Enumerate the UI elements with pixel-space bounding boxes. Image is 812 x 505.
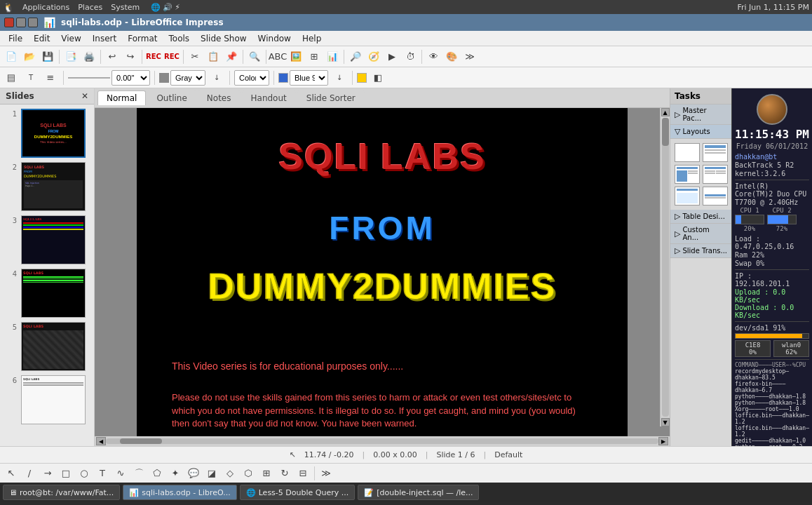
save-button[interactable]: 💾 (39, 48, 56, 65)
slide-thumb-6[interactable]: 6 SQLI LABS (8, 375, 86, 424)
color3-fill-button[interactable]: ↓ (331, 69, 348, 86)
vscrollbar[interactable]: ▲ ▼ (660, 108, 670, 426)
points-tool[interactable]: ◇ (222, 465, 238, 482)
slideshow-button[interactable]: ▶ (384, 48, 400, 65)
layout-thumb-4[interactable] (703, 165, 728, 184)
hscroll-thumb[interactable] (120, 438, 162, 444)
line-tool[interactable]: / (21, 465, 38, 482)
redo-button[interactable]: ↪ (122, 48, 139, 65)
theme-button[interactable]: 🎨 (443, 48, 460, 65)
insert-table-button[interactable]: ⊞ (306, 48, 323, 65)
taskbar-impress[interactable]: 📊 sqli-labs.odp - LibreO... (123, 485, 236, 500)
line-thickness-select[interactable]: 0.00" (111, 70, 150, 86)
menu-insert[interactable]: Insert (87, 32, 122, 45)
color-fill-button[interactable]: ↓ (208, 69, 225, 86)
nav-button[interactable]: 🧭 (365, 48, 382, 65)
rotate-button[interactable]: ↻ (276, 465, 293, 482)
hscrollbar[interactable]: ◀ ▶ (95, 436, 670, 446)
insert-image-button[interactable]: 🖼️ (287, 48, 304, 65)
menu-edit[interactable]: Edit (28, 32, 55, 45)
text-button[interactable]: T (22, 69, 39, 86)
flipv-button[interactable]: ⊞ (258, 465, 275, 482)
menu-view[interactable]: View (55, 32, 86, 45)
menu-file[interactable]: File (3, 32, 28, 45)
color1-select[interactable]: Gray (170, 70, 205, 86)
layout-thumb-2[interactable] (703, 143, 728, 162)
new-button[interactable]: 📄 (3, 48, 20, 65)
undo-button[interactable]: ↩ (104, 48, 121, 65)
3d-button[interactable]: ⬡ (240, 465, 257, 482)
tasks-section-slidetrans[interactable]: ▷ Slide Trans... (670, 244, 731, 258)
open-button[interactable]: 📂 (21, 48, 38, 65)
cut-button[interactable]: ✂ (187, 48, 203, 65)
find-button[interactable]: 🔍 (246, 48, 263, 65)
taskbar-editor[interactable]: 📝 [double-inject.sql — /le... (358, 485, 479, 500)
record-button[interactable]: REC (145, 48, 162, 65)
slide-preview-6[interactable]: SQLI LABS (21, 375, 86, 424)
tab-normal[interactable]: Normal (97, 90, 146, 105)
slide-preview-5[interactable]: SQLI LABS (21, 322, 86, 371)
slide-preview-4[interactable]: SQLI LABS (21, 269, 86, 318)
places-menu[interactable]: Places (78, 3, 102, 12)
more-shapes[interactable]: ≫ (318, 465, 334, 482)
taskbar-browser[interactable]: 🌐 Less-5 Double Query ... (240, 485, 356, 500)
tab-notes[interactable]: Notes (198, 90, 241, 105)
copy-button[interactable]: 📋 (205, 48, 222, 65)
tab-handout[interactable]: Handout (242, 90, 296, 105)
color2-select[interactable]: Color (234, 70, 269, 86)
menu-help[interactable]: Help (297, 32, 327, 45)
tasks-section-master[interactable]: ▷ Master Pac... (670, 105, 731, 125)
more-button[interactable]: ≫ (461, 48, 478, 65)
close-button[interactable] (4, 18, 14, 27)
tasks-section-layouts[interactable]: ▽ Layouts (670, 125, 731, 139)
layout-thumb-5[interactable] (675, 187, 700, 206)
applications-menu[interactable]: Applications (22, 3, 69, 12)
spellcheck-button[interactable]: ABC (269, 48, 286, 65)
slide-thumb-2[interactable]: 2 SQLI LABS FROM DUMMY2DUMMIES SQL Injec… (8, 162, 86, 211)
tab-outline[interactable]: Outline (147, 90, 196, 105)
shadow-button[interactable]: ◧ (370, 69, 386, 86)
tasks-section-tabledesi[interactable]: ▷ Table Desi... (670, 210, 731, 224)
menu-format[interactable]: Format (122, 32, 163, 45)
menu-window[interactable]: Window (252, 32, 297, 45)
paste-button[interactable]: 📌 (223, 48, 240, 65)
vscroll-down-button[interactable]: ▼ (661, 418, 670, 426)
slide-layout-button[interactable]: ▤ (3, 69, 20, 86)
arrow-tool[interactable]: → (39, 465, 56, 482)
rehearse-button[interactable]: ⏱ (402, 48, 419, 65)
hscroll-track[interactable] (106, 438, 658, 444)
slide-thumb-5[interactable]: 5 SQLI LABS (8, 322, 86, 371)
color3-select[interactable]: Blue 9 (290, 70, 328, 86)
select-tool[interactable]: ↖ (3, 465, 20, 482)
view-zoom-button[interactable]: 🔎 (347, 48, 364, 65)
connector-tool[interactable]: ⌒ (130, 465, 147, 482)
rect-tool[interactable]: □ (57, 465, 74, 482)
shadow-tool[interactable]: ◪ (203, 465, 220, 482)
slide-thumb-4[interactable]: 4 SQLI LABS (8, 269, 86, 318)
print-button[interactable]: 🖨️ (81, 48, 97, 65)
stars-tool[interactable]: ✦ (167, 465, 184, 482)
layout-thumb-6[interactable] (703, 187, 728, 206)
hscroll-left-button[interactable]: ◀ (96, 437, 106, 445)
layout-thumb-3[interactable] (675, 165, 700, 184)
vscroll-up-button[interactable]: ▲ (661, 108, 670, 116)
slide-preview-1[interactable]: SQLI LABS FROM DUMMY2DUMMIES This Video … (21, 109, 86, 158)
ellipse-tool[interactable]: ○ (76, 465, 93, 482)
export-pdf-button[interactable]: 📑 (62, 48, 79, 65)
insert-chart-button[interactable]: 📊 (324, 48, 341, 65)
polygon-tool[interactable]: ⬠ (149, 465, 165, 482)
align-button[interactable]: ≡ (42, 69, 59, 86)
align-button2[interactable]: ⊟ (295, 465, 311, 482)
text-tool[interactable]: T (94, 465, 111, 482)
layout-thumb-1[interactable] (675, 143, 700, 162)
slides-close-icon[interactable]: ✕ (81, 91, 88, 101)
system-menu[interactable]: System (111, 3, 140, 12)
accent-swatch[interactable] (357, 73, 367, 83)
vscroll-thumb[interactable] (662, 118, 669, 146)
callout-tool[interactable]: 💬 (185, 465, 202, 482)
menu-tools[interactable]: Tools (163, 32, 196, 45)
record2-button[interactable]: REC (163, 48, 180, 65)
tab-slide-sorter[interactable]: Slide Sorter (297, 90, 365, 105)
slide-preview-3[interactable]: SQLI LABS (21, 215, 86, 264)
taskbar-terminal[interactable]: 🖥 root@bt: /var/www/Fat... (3, 485, 120, 500)
